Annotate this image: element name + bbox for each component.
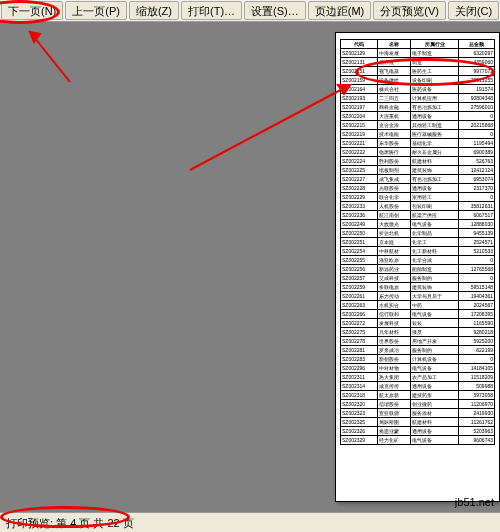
table-cell: 2419930 xyxy=(458,409,494,418)
table-row: SZ002263水机实合中药2024567 xyxy=(341,301,495,310)
table-cell: 29511255 xyxy=(458,76,494,85)
table-cell: 5925200 xyxy=(458,337,494,346)
table-cell: 1195494 xyxy=(458,139,494,148)
table-cell: 电气设备 xyxy=(411,364,458,373)
table-cell: SZ002255 xyxy=(341,256,378,265)
table-cell: SZ002281 xyxy=(341,346,378,355)
table-cell: 涤亚欧原 xyxy=(378,256,411,265)
table-cell: 计算机应用 xyxy=(411,94,458,103)
table-cell: SZ002236 xyxy=(341,211,378,220)
table-cell: 经力化矿 xyxy=(378,436,411,445)
table-cell: SZ002229 xyxy=(341,193,378,202)
table-cell: 成飞集成 xyxy=(378,175,411,184)
preview-page: 代码名称所属行业总金额 SZ002129中海发展电子制造6320297SZ002… xyxy=(335,32,500,502)
table-cell: 0 xyxy=(458,112,494,121)
table-cell: SZ002257 xyxy=(341,274,378,283)
table-cell: 成克传传 xyxy=(378,382,411,391)
table-row: SZ002236航江南创航梁产供应6067517 xyxy=(341,211,495,220)
table-cell: 6953074 xyxy=(458,175,494,184)
table-row: SZ002129中海发展电子制造6320297 xyxy=(341,49,495,58)
table-cell: 中海发展 xyxy=(378,49,411,58)
table-row: SZ002251京本庭化学工2524571 xyxy=(341,238,495,247)
table-cell: SZ002222 xyxy=(341,148,378,157)
table-cell: 热大集团 xyxy=(378,373,411,382)
table-cell: 191574 xyxy=(458,85,494,94)
table-cell: 东华股份 xyxy=(378,139,411,148)
table-cell: 通用设备 xyxy=(411,112,458,121)
table-cell: 服务涂材 xyxy=(411,409,458,418)
table-cell: 艾成科技 xyxy=(378,274,411,283)
table-cell: 罗泉成冶 xyxy=(378,346,411,355)
margins-button[interactable]: 页边距(M) xyxy=(308,1,372,20)
table-cell: 视飞电器 xyxy=(378,67,411,76)
table-row: SZ002266信行联和电气设备17208395 xyxy=(341,310,495,319)
table-cell: SZ002261 xyxy=(341,292,378,301)
table-cell: SZ002228 xyxy=(341,184,378,193)
table-row: SZ002151视飞电器医药生工9977072 xyxy=(341,67,495,76)
table-row: SZ002228光联股份通用设备2317370 xyxy=(341,184,495,193)
table-cell: SZ002325 xyxy=(341,418,378,427)
table-cell: 家用轻工 xyxy=(411,193,458,202)
table-cell: 化学合成 xyxy=(411,256,458,265)
next-page-button[interactable]: 下一页(N) xyxy=(1,1,63,20)
table-cell: 通用设备 xyxy=(411,382,458,391)
table-cell: SZ002249 xyxy=(341,220,378,229)
table-cell: SZ002329 xyxy=(341,436,378,445)
table-cell: SZ002275 xyxy=(341,328,378,337)
table-row: SZ002215金合金涂其他轻工制造20215868 xyxy=(341,121,495,130)
table-cell: SZ002323 xyxy=(341,409,378,418)
table-row: SZ002323宣亚联源服务涂材2419930 xyxy=(341,409,495,418)
table-row: SZ002229联合化学家用轻工0 xyxy=(341,193,495,202)
table-cell: SZ002250 xyxy=(341,229,378,238)
table-cell: 电气设备 xyxy=(411,436,458,445)
table-cell: 9977072 xyxy=(458,67,494,76)
table-cell: SZ002151 xyxy=(341,67,378,76)
table-cell: 装装 xyxy=(411,319,458,328)
table-cell: SZ002225 xyxy=(341,166,378,175)
print-preview-area[interactable]: 代码名称所属行业总金额 SZ002129中海发展电子制造6320297SZ002… xyxy=(0,22,500,512)
table-cell: 27596010 xyxy=(458,103,494,112)
table-cell: 多联电原 xyxy=(378,283,411,292)
table-cell: 制造 xyxy=(411,58,458,67)
table-cell: 技术电能 xyxy=(378,130,411,139)
table-row: SZ002259多联电原建筑装饰59515148 xyxy=(341,283,495,292)
table-cell: SZ002263 xyxy=(341,301,378,310)
table-cell: SZ002233 xyxy=(341,202,378,211)
setup-button[interactable]: 设置(S)… xyxy=(244,1,306,20)
table-cell: 商科金融 xyxy=(378,103,411,112)
table-cell: 电气设备 xyxy=(411,220,458,229)
table-cell: 胜利股份 xyxy=(378,157,411,166)
table-cell: 航太原新 xyxy=(378,391,411,400)
table-cell: 东力传动 xyxy=(378,292,411,301)
table-cell: 建筑装饰 xyxy=(411,166,458,175)
table-cell: SZ002296 xyxy=(341,364,378,373)
print-button[interactable]: 打印(T)… xyxy=(181,1,242,20)
table-cell: SZ002278 xyxy=(341,337,378,346)
table-cell: 医药设备 xyxy=(411,85,458,94)
table-cell: 新远药业 xyxy=(378,265,411,274)
table-row: SZ002254中科航材化工新材料5210533 xyxy=(341,247,495,256)
table-cell: 5203963 xyxy=(458,427,494,436)
table-cell: 医疗器械服务 xyxy=(411,130,458,139)
table-cell: 电子制造 xyxy=(411,49,458,58)
table-cell: 服务制的 xyxy=(411,274,458,283)
table-row: SZ002275凡年材料漆及9280218 xyxy=(341,328,495,337)
table-cell: 19404361 xyxy=(458,292,494,301)
toolbar: 下一页(N) 上一页(P) 缩放(Z) 打印(T)… 设置(S)… 页边距(M)… xyxy=(0,0,500,22)
table-cell: SZ002311 xyxy=(341,373,378,382)
table-row: SZ002249大族激光电气设备12888030 xyxy=(341,220,495,229)
table-row: SZ002221东华股份基础化学1195494 xyxy=(341,139,495,148)
pagebreak-preview-button[interactable]: 分页预览(V) xyxy=(373,1,446,20)
table-cell: 发展科技 xyxy=(378,319,411,328)
close-button[interactable]: 关闭(C) xyxy=(448,1,499,20)
prev-page-button[interactable]: 上一页(P) xyxy=(65,1,127,20)
table-cell: SZ002131 xyxy=(341,58,378,67)
table-cell: 509988 xyxy=(458,382,494,391)
zoom-button[interactable]: 缩放(Z) xyxy=(129,1,179,20)
table-cell: SZ002164 xyxy=(341,85,378,94)
table-row: SZ002296中对材物电气设备14184105 xyxy=(341,364,495,373)
table-cell: 通用设备 xyxy=(411,184,458,193)
table-cell: SZ002314 xyxy=(341,382,378,391)
table-cell: 株式会社 xyxy=(378,85,411,94)
table-row: SZ002197商科金融有色冶炼加工27596010 xyxy=(341,103,495,112)
